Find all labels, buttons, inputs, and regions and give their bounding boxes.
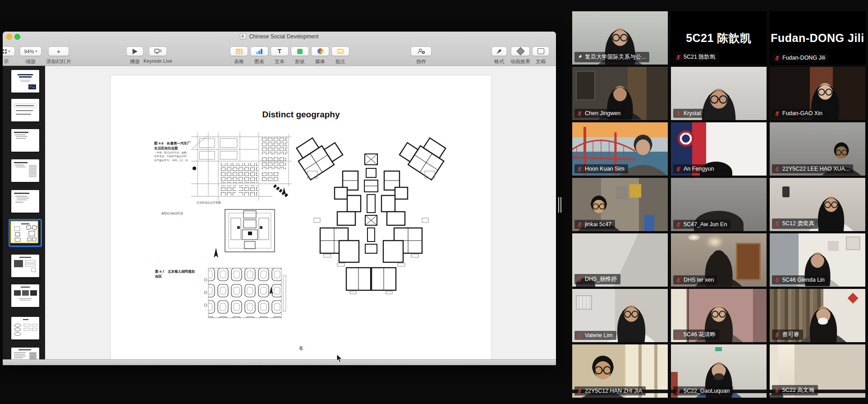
insert-shape-button[interactable]: 形状 — [291, 46, 309, 65]
participant-tile[interactable]: Hoon Kuan Sim — [572, 122, 668, 176]
participant-nameplate: Fudan-DONG Jili — [772, 53, 829, 62]
participant-tile-no-video[interactable]: 5C21 陈歆凯 5C21 陈歆凯 — [671, 11, 767, 65]
participant-tile-no-video[interactable]: Fudan-DONG Jili Fudan-DONG Jili — [770, 11, 865, 65]
participant-tile[interactable]: 5C46 Glenda Lin — [770, 233, 865, 287]
add-slide-label: 添加幻灯片 — [46, 58, 71, 65]
muted-mic-icon — [577, 166, 583, 172]
participant-tile[interactable]: DHS ler xen — [671, 233, 767, 287]
participant-nameplate: 5C22 高文瀚 — [772, 385, 818, 395]
slide-thumbnail-7[interactable] — [11, 255, 39, 277]
play-icon — [133, 49, 138, 54]
muted-mic-icon — [774, 277, 780, 283]
participant-nameplate: 5C22_GaoLuquan — [673, 386, 733, 395]
collaborate-label: 协作 — [416, 58, 426, 65]
participant-tile-fudan-speaker[interactable]: 复旦大学国际关系与公... — [572, 11, 668, 65]
participant-name: 5C12 龚奕真 — [782, 220, 814, 228]
document-proxy-icon — [240, 33, 246, 40]
collaborate-button[interactable]: 协作 — [410, 46, 432, 65]
slide-thumbnail-2[interactable] — [11, 99, 39, 121]
slide-thumbnail-1[interactable] — [11, 70, 39, 93]
muted-mic-icon — [675, 277, 681, 283]
panel-resize-handle[interactable] — [558, 197, 562, 213]
participant-tile[interactable]: An Fengyun — [671, 122, 767, 176]
view-control[interactable]: ▾ 示 — [3, 46, 15, 65]
participant-name: An Fengyun — [684, 166, 714, 172]
insert-text-button[interactable]: T 文本 — [271, 46, 289, 65]
slide-thumbnail-3[interactable] — [11, 129, 39, 152]
zoom-control[interactable]: 94%▾ 缩放 — [19, 46, 42, 65]
participant-name: 5C21 陈歆凯 — [684, 53, 716, 61]
selected-slide-ring — [9, 219, 42, 247]
slide-thumbnail-6-selected[interactable] — [10, 221, 38, 243]
slide-thumbnail-8[interactable] — [11, 284, 39, 307]
participant-nameplate: DHS ler xen — [673, 275, 717, 284]
slide-canvas[interactable]: Distinct geography 图 4-6 长春第一汽车厂 生活区街坊总图… — [45, 66, 556, 360]
participant-tile[interactable]: Fudan-GAO Xin — [770, 67, 865, 120]
format-button[interactable]: 格式 — [491, 46, 508, 65]
participant-name: DHS ler xen — [684, 277, 714, 283]
participant-tile[interactable]: 蔡可睿 — [770, 289, 865, 342]
muted-mic-icon — [675, 54, 681, 60]
participant-name: 5C46 Glenda Lin — [782, 277, 825, 283]
media-label: 媒体 — [315, 58, 325, 65]
view-label: 示 — [4, 58, 9, 65]
muted-mic-icon — [675, 111, 681, 116]
table-icon — [236, 49, 243, 54]
participant-tile[interactable]: 5C46 花清晔 — [671, 289, 767, 342]
participant-nameplate: Krystal — [673, 109, 704, 118]
view-icon — [3, 49, 7, 54]
shape-label: 形状 — [295, 58, 305, 65]
titlebar[interactable]: Chinese Social Development — [3, 32, 556, 42]
participant-name: Fudan-GAO Xin — [782, 110, 822, 116]
play-label: 播放 — [130, 58, 140, 65]
figure1-sublabel: 住宅区街坊总平面图 — [197, 201, 221, 205]
participant-nameplate: 22Y5C12 HAN ZHI JIA — [574, 386, 646, 395]
animate-button[interactable]: 动画效果 — [509, 46, 532, 65]
participant-name: Fudan-DONG Jili — [782, 55, 825, 61]
keynote-live-button[interactable]: Keynote Live — [142, 46, 174, 64]
muted-mic-icon — [577, 111, 583, 116]
document-button[interactable]: 文稿 — [531, 46, 550, 65]
participant-tile[interactable]: Chen Jingwen — [572, 67, 668, 120]
participant-tile[interactable]: jinkai 5c47 — [572, 178, 668, 231]
chart-icon — [256, 49, 262, 54]
slide-thumbnail-9[interactable] — [11, 317, 39, 339]
slide-thumbnail-10[interactable] — [11, 348, 39, 360]
insert-table-button[interactable]: 表格 — [230, 46, 248, 65]
muted-mic-icon — [577, 388, 583, 394]
participant-nameplate: 蔡可睿 — [772, 330, 803, 340]
add-slide-button[interactable]: + 添加幻灯片 — [45, 46, 73, 65]
muted-mic-icon — [774, 166, 780, 172]
format-label: 格式 — [494, 58, 504, 65]
participant-tile[interactable]: 5C47_Aw Jun En — [671, 178, 767, 231]
document-label: 文稿 — [536, 58, 546, 65]
figure-palace-plan — [224, 208, 276, 253]
participant-tile[interactable]: Krystal — [671, 67, 767, 120]
participant-name: 5C47_Aw Jun En — [684, 221, 727, 228]
muted-mic-icon — [774, 221, 780, 227]
insert-media-button[interactable]: 媒体 — [311, 46, 329, 65]
shape-icon — [297, 49, 303, 54]
muted-mic-icon — [577, 333, 583, 339]
slide-thumbnail-5[interactable] — [11, 190, 39, 213]
participant-tile[interactable]: 5C12 龚奕真 — [770, 178, 865, 231]
participant-tile[interactable]: DHS_杨惟婷 — [572, 233, 668, 287]
slide-thumbnail-4[interactable] — [11, 159, 39, 182]
participant-tile[interactable]: Valerie Lim — [572, 289, 668, 342]
current-slide[interactable]: Distinct geography 图 4-6 长春第一汽车厂 生活区街坊总图… — [111, 75, 491, 360]
muted-mic-icon — [774, 387, 780, 393]
insert-comment-button[interactable]: 批注 — [331, 46, 349, 65]
muted-mic-icon — [774, 332, 780, 338]
table-label: 表格 — [234, 58, 244, 65]
participant-name: 复旦大学国际关系与公... — [585, 53, 646, 61]
participant-tile[interactable]: 22Y5C22 LEE HAO XUA... — [770, 122, 865, 176]
north-arrow-2 — [281, 187, 287, 196]
participant-name: 22Y5C12 HAN ZHI JIA — [585, 388, 642, 394]
insert-chart-button[interactable]: 图表 — [250, 46, 268, 65]
face-mask — [714, 373, 724, 380]
participant-nameplate: jinkai 5c47 — [574, 220, 615, 229]
participant-nameplate: 5C47_Aw Jun En — [673, 220, 730, 229]
animate-diamond-icon — [516, 47, 524, 55]
comment-icon — [337, 49, 344, 54]
participant-name: 5C22_GaoLuquan — [684, 388, 730, 394]
